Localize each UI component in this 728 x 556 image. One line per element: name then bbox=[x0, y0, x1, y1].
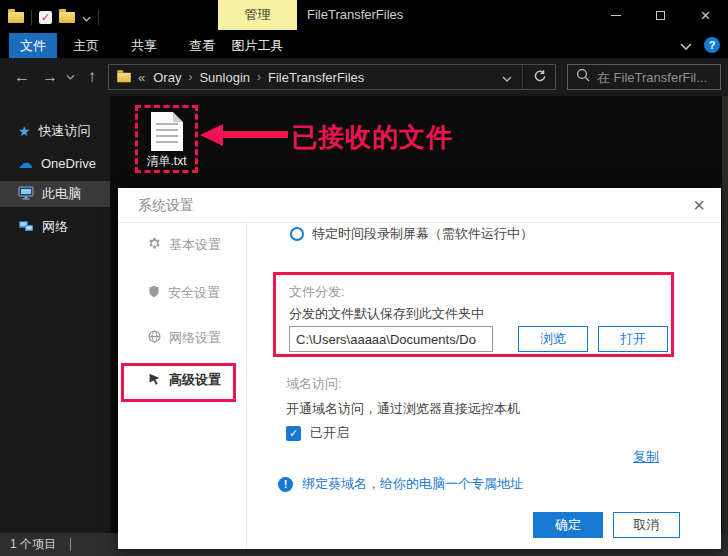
folder-icon[interactable] bbox=[8, 12, 24, 23]
search-box[interactable] bbox=[567, 64, 721, 90]
properties-check-icon[interactable]: ✓ bbox=[39, 11, 52, 24]
breadcrumb-collapsed-marker[interactable]: « bbox=[138, 70, 145, 85]
ribbon-right-controls: ? bbox=[680, 36, 720, 54]
settings-menu-basic[interactable]: 基本设置 bbox=[118, 235, 246, 255]
received-file-highlight-box: 清单.txt bbox=[135, 105, 198, 173]
sidebar-item-label: OneDrive bbox=[41, 156, 96, 171]
item-count: 1 个项目 bbox=[10, 536, 56, 553]
screen-record-option[interactable]: 特定时间段录制屏幕（需软件运行中） bbox=[290, 225, 533, 243]
maximize-button[interactable] bbox=[638, 0, 683, 30]
chevron-right-icon[interactable]: › bbox=[188, 70, 192, 84]
annotation-arrow-shaft bbox=[222, 131, 288, 138]
chevron-right-icon[interactable]: › bbox=[257, 70, 261, 84]
close-button[interactable]: × bbox=[683, 0, 728, 30]
computer-icon bbox=[18, 186, 34, 203]
tab-file[interactable]: 文件 bbox=[9, 33, 57, 58]
separator bbox=[31, 10, 32, 25]
dialog-title: 系统设置 bbox=[138, 197, 194, 215]
bind-domain-tip[interactable]: 绑定葵域名，给你的电脑一个专属地址 bbox=[302, 475, 523, 493]
recent-locations-caret-icon[interactable] bbox=[62, 58, 78, 96]
network-icon bbox=[18, 219, 34, 236]
tab-picture-tools[interactable]: 图片工具 bbox=[218, 33, 297, 58]
ok-button[interactable]: 确定 bbox=[533, 512, 603, 538]
sidebar-item-network[interactable]: 网络 bbox=[0, 214, 110, 240]
text-document-icon[interactable] bbox=[151, 112, 183, 151]
copy-link[interactable]: 复制 bbox=[633, 448, 659, 466]
file-name-label[interactable]: 清单.txt bbox=[146, 153, 186, 170]
help-icon[interactable]: ? bbox=[704, 37, 720, 53]
refresh-icon[interactable] bbox=[533, 69, 547, 86]
up-button[interactable]: ↑ bbox=[80, 58, 104, 96]
system-settings-dialog: 系统设置 × 基本设置 安全设置 网络设置 高级 bbox=[118, 188, 721, 549]
sidebar-item-onedrive[interactable]: ☁ OneDrive bbox=[0, 150, 110, 176]
quick-access-toolbar: ✓ bbox=[8, 8, 99, 26]
remote-cursor-icon bbox=[148, 372, 161, 388]
settings-menu-label: 高级设置 bbox=[169, 371, 221, 389]
shield-icon bbox=[148, 285, 160, 301]
settings-menu-label: 基本设置 bbox=[169, 236, 221, 254]
divider bbox=[246, 222, 247, 549]
minimize-button[interactable] bbox=[593, 0, 638, 30]
sidebar-item-label: 网络 bbox=[42, 218, 68, 236]
sidebar-item-label: 此电脑 bbox=[42, 185, 81, 203]
domain-enabled-checkbox-row[interactable]: ✓ 已开启 bbox=[286, 424, 349, 442]
sidebar-item-this-pc[interactable]: 此电脑 bbox=[0, 181, 110, 207]
dropdown-caret-icon[interactable] bbox=[82, 8, 91, 26]
back-button[interactable]: ← bbox=[10, 58, 34, 96]
search-input[interactable] bbox=[597, 70, 707, 85]
tab-home[interactable]: 主页 bbox=[57, 33, 115, 58]
gear-icon bbox=[148, 237, 161, 253]
domain-access-label: 域名访问: bbox=[286, 375, 342, 393]
settings-menu-label: 安全设置 bbox=[168, 284, 220, 302]
breadcrumb-segment-sunlogin[interactable]: Sunlogin bbox=[199, 70, 250, 85]
close-icon: × bbox=[701, 7, 711, 24]
tab-share[interactable]: 共享 bbox=[115, 33, 173, 58]
breadcrumb-segment-oray[interactable]: Oray bbox=[153, 70, 181, 85]
file-distribution-desc: 分发的文件默认保存到此文件夹中 bbox=[289, 305, 484, 323]
cancel-button[interactable]: 取消 bbox=[613, 512, 680, 538]
screen-record-label: 特定时间段录制屏幕（需软件运行中） bbox=[312, 225, 533, 243]
globe-icon bbox=[148, 330, 161, 346]
file-distribution-highlight-box: 文件分发: 分发的文件默认保存到此文件夹中 浏览 打开 bbox=[273, 272, 674, 357]
address-dropdown-caret-icon[interactable] bbox=[502, 70, 512, 85]
settings-menu-security[interactable]: 安全设置 bbox=[118, 283, 246, 303]
search-icon bbox=[576, 68, 590, 86]
cloud-icon: ☁ bbox=[18, 154, 33, 172]
dialog-close-icon[interactable]: × bbox=[693, 191, 705, 219]
minimize-icon bbox=[611, 15, 621, 16]
forward-button[interactable]: → bbox=[38, 58, 62, 96]
browse-button[interactable]: 浏览 bbox=[518, 326, 588, 352]
separator bbox=[522, 65, 523, 89]
open-button[interactable]: 打开 bbox=[598, 326, 668, 352]
folder-icon[interactable] bbox=[59, 12, 75, 23]
ribbon-collapse-chevron-icon[interactable] bbox=[680, 36, 692, 54]
separator bbox=[98, 10, 99, 25]
bind-domain-tip-row[interactable]: ! 绑定葵域名，给你的电脑一个专属地址 bbox=[278, 475, 523, 493]
ribbon-context-tab-manage[interactable]: 管理 bbox=[218, 0, 297, 30]
maximize-icon bbox=[656, 11, 665, 20]
sidebar-item-label: 快速访问 bbox=[39, 122, 91, 140]
star-icon: ★ bbox=[18, 123, 31, 139]
domain-access-desc: 开通域名访问，通过浏览器直接远控本机 bbox=[286, 400, 520, 418]
document-lines bbox=[156, 123, 178, 146]
sidebar-item-quick-access[interactable]: ★ 快速访问 bbox=[0, 118, 110, 144]
radio-unchecked-icon[interactable] bbox=[290, 227, 304, 241]
settings-menu-advanced[interactable]: 高级设置 bbox=[118, 370, 246, 390]
navigation-bar: ← → ↑ « Oray › Sunlogin › FileTransferFi… bbox=[0, 58, 728, 96]
separator bbox=[70, 538, 71, 551]
window-title: FileTransferFiles bbox=[307, 0, 403, 30]
annotation-text: 已接收的文件 bbox=[291, 120, 453, 155]
sidebar: ★ 快速访问 ☁ OneDrive 此电脑 网络 bbox=[0, 96, 110, 533]
settings-menu-network[interactable]: 网络设置 bbox=[118, 328, 246, 348]
domain-enabled-label: 已开启 bbox=[310, 424, 349, 442]
checkbox-checked-icon[interactable]: ✓ bbox=[286, 426, 301, 441]
file-distribution-label: 文件分发: bbox=[289, 283, 345, 301]
window-edge bbox=[722, 96, 728, 556]
address-bar[interactable]: « Oray › Sunlogin › FileTransferFiles bbox=[108, 64, 556, 90]
window-controls: × bbox=[593, 0, 728, 30]
breadcrumb-segment-filetransferfiles[interactable]: FileTransferFiles bbox=[268, 70, 364, 85]
save-path-input[interactable] bbox=[289, 326, 493, 352]
annotation-arrow-head bbox=[200, 124, 223, 146]
titlebar: ✓ 管理 FileTransferFiles × bbox=[0, 0, 728, 30]
divider bbox=[118, 222, 721, 223]
